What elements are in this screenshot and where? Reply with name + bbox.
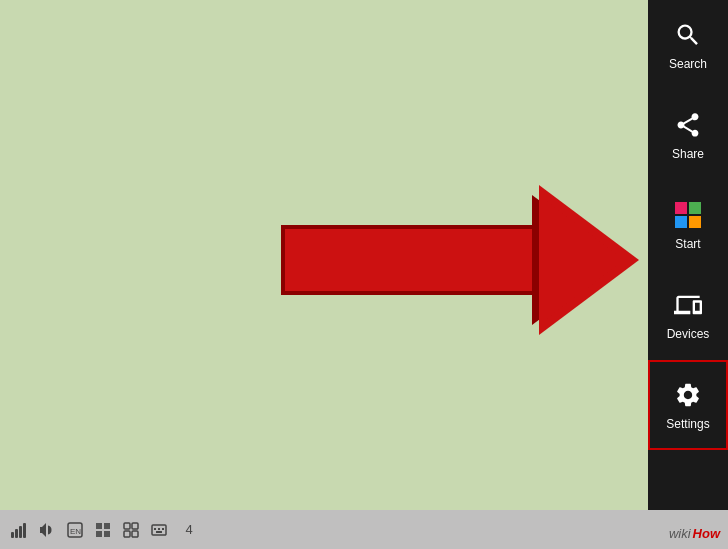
taskbar-windows-icon[interactable] [92,519,114,541]
devices-icon [672,289,704,321]
svg-rect-6 [96,523,102,529]
taskbar-keyboard-icon[interactable] [148,519,170,541]
win-tile-4 [689,216,701,228]
charm-share[interactable]: Share [648,90,728,180]
wiki-text: wiki [669,526,691,541]
taskbar-grid-icon[interactable] [120,519,142,541]
svg-rect-13 [132,531,138,537]
search-icon [672,19,704,51]
settings-icon [672,379,704,411]
charm-search-label: Search [669,57,707,71]
taskbar-audio-icon[interactable] [36,519,58,541]
arrow-body [281,225,541,295]
windows-logo [675,202,701,228]
charm-settings[interactable]: Settings [648,360,728,450]
arrow-indicator [280,180,640,340]
charms-bar: Search Share Start Devices [648,0,728,510]
taskbar-lang-icon[interactable]: EN [64,519,86,541]
win-tile-3 [675,216,687,228]
taskbar-network-icon[interactable] [8,519,30,541]
win-tile-2 [689,202,701,214]
start-icon [672,199,704,231]
svg-rect-1 [15,529,18,538]
svg-rect-10 [124,523,130,529]
svg-rect-7 [104,523,110,529]
taskbar-time: 4 [178,519,200,541]
charm-start[interactable]: Start [648,180,728,270]
svg-rect-16 [158,528,160,530]
how-text: How [693,526,720,541]
svg-rect-15 [154,528,156,530]
charm-devices-label: Devices [667,327,710,341]
charm-settings-label: Settings [666,417,709,431]
svg-rect-0 [11,532,14,538]
svg-rect-2 [19,526,22,538]
svg-text:EN: EN [70,527,81,536]
win-tile-1 [675,202,687,214]
svg-rect-9 [104,531,110,537]
svg-rect-8 [96,531,102,537]
share-icon [672,109,704,141]
svg-rect-3 [23,523,26,538]
svg-rect-11 [132,523,138,529]
charm-share-label: Share [672,147,704,161]
wikihow-watermark: wiki How [669,526,720,541]
red-arrow [281,185,639,335]
svg-rect-12 [124,531,130,537]
taskbar: EN 4 wiki How [0,510,728,549]
charm-start-label: Start [675,237,700,251]
charm-search[interactable]: Search [648,0,728,90]
svg-rect-18 [156,531,162,533]
arrow-head [539,185,639,335]
svg-rect-17 [162,528,164,530]
charm-devices[interactable]: Devices [648,270,728,360]
